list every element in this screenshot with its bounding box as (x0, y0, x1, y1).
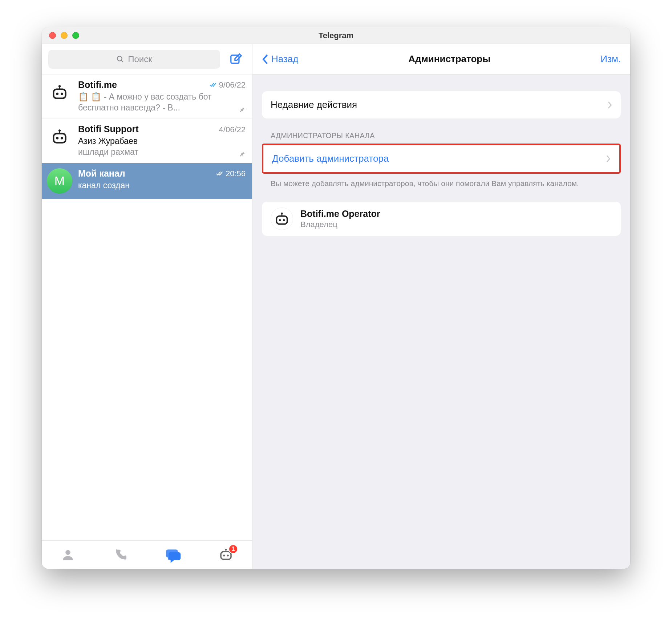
svg-point-17 (223, 555, 225, 556)
svg-point-6 (56, 93, 58, 95)
bottom-tabs: 1 (42, 540, 252, 569)
chat-preview: Азиз Журабаев ишлади рахмат (78, 136, 246, 158)
avatar (47, 124, 72, 149)
chevron-left-icon (262, 54, 269, 65)
svg-rect-10 (53, 133, 65, 142)
pin-icon (238, 106, 246, 113)
admin-row[interactable]: Botifi.me Operator Владелец (262, 202, 621, 236)
highlight-add-admin: Добавить администратора (262, 144, 621, 174)
add-admin-cell[interactable]: Добавить администратора (263, 145, 619, 172)
bot-icon (50, 83, 69, 101)
chat-preview: канал создан (78, 180, 246, 191)
tab-calls[interactable] (112, 547, 129, 563)
svg-point-0 (117, 56, 122, 61)
phone-icon (114, 548, 127, 562)
admins-section-header: АДМИНИСТРАТОРЫ КАНАЛА (262, 132, 621, 144)
sidebar: Поиск Botifi.me (42, 44, 252, 569)
svg-point-18 (227, 555, 228, 556)
svg-line-1 (121, 60, 123, 62)
add-admin-label: Добавить администратора (272, 153, 606, 164)
svg-point-12 (61, 137, 63, 140)
avatar (47, 80, 72, 105)
back-button[interactable]: Назад (262, 53, 299, 65)
chat-item-botifi-support[interactable]: Botifi Support 4/06/22 Азиз Журабаев ишл… (42, 119, 252, 163)
tab-bots[interactable]: 1 (218, 547, 234, 563)
compose-button[interactable] (227, 50, 246, 69)
bot-icon (274, 211, 290, 227)
window-controls (49, 32, 79, 39)
search-placeholder: Поиск (128, 54, 152, 64)
chat-text: Мой канал 20:56 канал создан (78, 168, 246, 191)
edit-button[interactable]: Изм. (600, 53, 621, 65)
compose-icon (229, 52, 243, 66)
admin-role: Владелец (300, 220, 380, 229)
svg-rect-16 (221, 552, 231, 559)
svg-point-19 (281, 213, 283, 214)
chat-item-my-channel[interactable]: M Мой канал 20:56 канал соз (42, 163, 252, 199)
chat-date: 9/06/22 (210, 80, 246, 90)
admin-avatar (271, 207, 293, 230)
svg-point-7 (61, 93, 63, 95)
admins-help-text: Вы можете добавлять администраторов, что… (262, 174, 621, 189)
sidebar-header: Поиск (42, 44, 252, 74)
main-panel: Назад Администраторы Изм. Недавние дейст… (252, 44, 630, 569)
admin-name: Botifi.me Operator (300, 209, 380, 219)
avatar-letter: M (54, 174, 65, 188)
app-window: Telegram Поиск (42, 27, 630, 569)
main-header: Назад Администраторы Изм. (252, 44, 630, 74)
chat-name: Botifi Support (78, 124, 216, 134)
page-title: Администраторы (299, 53, 601, 65)
titlebar: Telegram (42, 27, 630, 44)
svg-point-22 (279, 219, 281, 221)
chevron-right-icon (606, 155, 611, 163)
chat-text: Botifi.me 9/06/22 📋 📋 - А можно у вас со… (78, 80, 246, 113)
recent-actions-cell[interactable]: Недавние действия (262, 91, 621, 118)
badge: 1 (228, 544, 238, 554)
search-input[interactable]: Поиск (48, 50, 220, 69)
contacts-icon (61, 548, 75, 562)
search-icon (116, 55, 124, 63)
window-title: Telegram (42, 31, 630, 40)
back-label: Назад (271, 53, 299, 65)
bot-icon (50, 128, 69, 146)
chat-name: Botifi.me (78, 80, 207, 90)
chat-date: 4/06/22 (219, 125, 246, 134)
tab-contacts[interactable] (60, 547, 76, 563)
chat-text: Botifi Support 4/06/22 Азиз Журабаев ишл… (78, 124, 246, 158)
chevron-right-icon (607, 101, 612, 109)
app-body: Поиск Botifi.me (42, 44, 630, 569)
chat-preview: 📋 📋 - А можно у вас создать бот бесплатн… (78, 92, 246, 113)
svg-rect-5 (53, 89, 65, 98)
svg-point-11 (56, 137, 58, 140)
admin-text: Botifi.me Operator Владелец (300, 209, 380, 229)
chat-date: 20:56 (216, 169, 246, 178)
svg-point-14 (225, 548, 227, 550)
avatar: M (47, 168, 72, 194)
tab-chats[interactable] (165, 547, 182, 563)
close-window-button[interactable] (49, 32, 56, 39)
read-checkmarks-icon (216, 171, 224, 177)
chats-icon (165, 547, 181, 563)
svg-rect-21 (276, 216, 287, 224)
chat-list: Botifi.me 9/06/22 📋 📋 - А можно у вас со… (42, 74, 252, 540)
pin-icon (238, 150, 246, 158)
svg-point-23 (283, 219, 285, 221)
minimize-window-button[interactable] (61, 32, 68, 39)
maximize-window-button[interactable] (72, 32, 79, 39)
main-content: Недавние действия АДМИНИСТРАТОРЫ КАНАЛА … (252, 74, 630, 569)
read-checkmarks-icon (210, 82, 218, 88)
svg-point-13 (66, 550, 70, 555)
chat-item-botifi[interactable]: Botifi.me 9/06/22 📋 📋 - А можно у вас со… (42, 74, 252, 119)
recent-actions-label: Недавние действия (271, 99, 607, 110)
chat-name: Мой канал (78, 168, 213, 179)
